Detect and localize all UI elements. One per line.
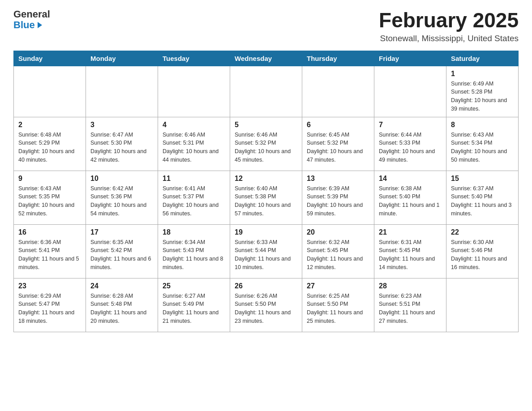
day-number: 4 <box>163 121 225 129</box>
calendar-day-cell: 7Sunrise: 6:44 AMSunset: 5:33 PMDaylight… <box>374 117 446 171</box>
logo: General Blue <box>13 9 50 30</box>
day-info: Sunrise: 6:26 AMSunset: 5:50 PMDaylight:… <box>235 292 297 325</box>
calendar-body: 1Sunrise: 6:49 AMSunset: 5:28 PMDaylight… <box>14 66 519 332</box>
day-number: 10 <box>90 175 153 183</box>
day-info: Sunrise: 6:37 AMSunset: 5:40 PMDaylight:… <box>451 184 514 218</box>
day-info: Sunrise: 6:31 AMSunset: 5:45 PMDaylight:… <box>379 238 442 272</box>
day-number: 23 <box>18 282 81 290</box>
day-number: 15 <box>451 175 514 183</box>
calendar-day-cell: 2Sunrise: 6:48 AMSunset: 5:29 PMDaylight… <box>14 117 86 171</box>
calendar-day-cell: 16Sunrise: 6:36 AMSunset: 5:41 PMDayligh… <box>14 224 86 278</box>
day-info: Sunrise: 6:32 AMSunset: 5:45 PMDaylight:… <box>307 238 369 272</box>
day-number: 14 <box>379 175 442 183</box>
day-number: 3 <box>90 121 153 129</box>
day-number: 21 <box>379 228 442 236</box>
calendar-day-cell: 27Sunrise: 6:25 AMSunset: 5:50 PMDayligh… <box>302 278 374 332</box>
calendar-day-cell: 23Sunrise: 6:29 AMSunset: 5:47 PMDayligh… <box>14 278 86 332</box>
day-info: Sunrise: 6:46 AMSunset: 5:31 PMDaylight:… <box>163 131 225 164</box>
calendar-day-cell: 26Sunrise: 6:26 AMSunset: 5:50 PMDayligh… <box>230 278 302 332</box>
calendar-day-cell: 17Sunrise: 6:35 AMSunset: 5:42 PMDayligh… <box>86 224 158 278</box>
calendar-day-cell: 22Sunrise: 6:30 AMSunset: 5:46 PMDayligh… <box>446 224 519 278</box>
day-info: Sunrise: 6:30 AMSunset: 5:46 PMDaylight:… <box>451 238 514 272</box>
header-row: SundayMondayTuesdayWednesdayThursdayFrid… <box>14 51 519 66</box>
day-info: Sunrise: 6:34 AMSunset: 5:43 PMDaylight:… <box>163 238 225 272</box>
day-of-week-header: Sunday <box>14 51 86 66</box>
day-of-week-header: Saturday <box>446 51 519 66</box>
day-info: Sunrise: 6:48 AMSunset: 5:29 PMDaylight:… <box>18 131 81 164</box>
calendar-day-cell <box>374 66 446 117</box>
calendar-day-cell: 5Sunrise: 6:46 AMSunset: 5:32 PMDaylight… <box>230 117 302 171</box>
day-number: 12 <box>235 175 297 183</box>
day-number: 11 <box>163 175 225 183</box>
calendar-week-row: 23Sunrise: 6:29 AMSunset: 5:47 PMDayligh… <box>14 278 519 332</box>
day-number: 16 <box>18 228 81 236</box>
day-info: Sunrise: 6:27 AMSunset: 5:49 PMDaylight:… <box>163 292 225 325</box>
page-header: General Blue February 2025 Stonewall, Mi… <box>13 9 519 43</box>
day-of-week-header: Friday <box>374 51 446 66</box>
calendar-day-cell: 12Sunrise: 6:40 AMSunset: 5:38 PMDayligh… <box>230 171 302 224</box>
day-number: 25 <box>163 282 225 290</box>
calendar-day-cell: 15Sunrise: 6:37 AMSunset: 5:40 PMDayligh… <box>446 171 519 224</box>
day-info: Sunrise: 6:49 AMSunset: 5:28 PMDaylight:… <box>451 80 514 113</box>
day-number: 13 <box>307 175 369 183</box>
calendar-day-cell <box>158 66 230 117</box>
day-of-week-header: Monday <box>86 51 158 66</box>
day-number: 7 <box>379 121 442 129</box>
calendar-day-cell: 25Sunrise: 6:27 AMSunset: 5:49 PMDayligh… <box>158 278 230 332</box>
day-info: Sunrise: 6:43 AMSunset: 5:35 PMDaylight:… <box>18 184 81 218</box>
day-info: Sunrise: 6:29 AMSunset: 5:47 PMDaylight:… <box>18 292 81 325</box>
day-number: 5 <box>235 121 297 129</box>
day-info: Sunrise: 6:36 AMSunset: 5:41 PMDaylight:… <box>18 238 81 272</box>
day-number: 20 <box>307 228 369 236</box>
calendar-day-cell: 8Sunrise: 6:43 AMSunset: 5:34 PMDaylight… <box>446 117 519 171</box>
day-info: Sunrise: 6:41 AMSunset: 5:37 PMDaylight:… <box>163 184 225 218</box>
calendar-day-cell: 19Sunrise: 6:33 AMSunset: 5:44 PMDayligh… <box>230 224 302 278</box>
day-number: 1 <box>451 70 514 78</box>
day-info: Sunrise: 6:28 AMSunset: 5:48 PMDaylight:… <box>90 292 153 325</box>
logo-blue-text: Blue <box>13 20 42 30</box>
calendar-day-cell: 14Sunrise: 6:38 AMSunset: 5:40 PMDayligh… <box>374 171 446 224</box>
day-of-week-header: Thursday <box>302 51 374 66</box>
day-number: 22 <box>451 228 514 236</box>
day-number: 6 <box>307 121 369 129</box>
day-info: Sunrise: 6:23 AMSunset: 5:51 PMDaylight:… <box>379 292 442 325</box>
logo-arrow-icon <box>38 22 42 28</box>
calendar-week-row: 16Sunrise: 6:36 AMSunset: 5:41 PMDayligh… <box>14 224 519 278</box>
day-number: 19 <box>235 228 297 236</box>
calendar-day-cell: 21Sunrise: 6:31 AMSunset: 5:45 PMDayligh… <box>374 224 446 278</box>
calendar-day-cell <box>230 66 302 117</box>
day-number: 8 <box>451 121 514 129</box>
calendar-day-cell: 10Sunrise: 6:42 AMSunset: 5:36 PMDayligh… <box>86 171 158 224</box>
calendar-day-cell: 28Sunrise: 6:23 AMSunset: 5:51 PMDayligh… <box>374 278 446 332</box>
calendar-day-cell: 3Sunrise: 6:47 AMSunset: 5:30 PMDaylight… <box>86 117 158 171</box>
day-number: 17 <box>90 228 153 236</box>
day-info: Sunrise: 6:35 AMSunset: 5:42 PMDaylight:… <box>90 238 153 272</box>
day-number: 9 <box>18 175 81 183</box>
calendar-day-cell <box>14 66 86 117</box>
day-number: 28 <box>379 282 442 290</box>
calendar-day-cell <box>446 278 519 332</box>
day-number: 26 <box>235 282 297 290</box>
day-info: Sunrise: 6:39 AMSunset: 5:39 PMDaylight:… <box>307 184 369 218</box>
day-info: Sunrise: 6:47 AMSunset: 5:30 PMDaylight:… <box>90 131 153 164</box>
logo-general-text: General <box>13 9 50 20</box>
calendar-day-cell: 1Sunrise: 6:49 AMSunset: 5:28 PMDaylight… <box>446 66 519 117</box>
calendar-day-cell: 11Sunrise: 6:41 AMSunset: 5:37 PMDayligh… <box>158 171 230 224</box>
day-number: 2 <box>18 121 81 129</box>
calendar-day-cell: 24Sunrise: 6:28 AMSunset: 5:48 PMDayligh… <box>86 278 158 332</box>
calendar-day-cell: 6Sunrise: 6:45 AMSunset: 5:32 PMDaylight… <box>302 117 374 171</box>
day-info: Sunrise: 6:38 AMSunset: 5:40 PMDaylight:… <box>379 184 442 218</box>
day-number: 24 <box>90 282 153 290</box>
day-info: Sunrise: 6:46 AMSunset: 5:32 PMDaylight:… <box>235 131 297 164</box>
title-block: February 2025 Stonewall, Mississippi, Un… <box>379 9 519 43</box>
calendar-week-row: 1Sunrise: 6:49 AMSunset: 5:28 PMDaylight… <box>14 66 519 117</box>
calendar-header: SundayMondayTuesdayWednesdayThursdayFrid… <box>14 51 519 66</box>
calendar-day-cell: 13Sunrise: 6:39 AMSunset: 5:39 PMDayligh… <box>302 171 374 224</box>
day-info: Sunrise: 6:44 AMSunset: 5:33 PMDaylight:… <box>379 131 442 164</box>
day-info: Sunrise: 6:45 AMSunset: 5:32 PMDaylight:… <box>307 131 369 164</box>
day-of-week-header: Tuesday <box>158 51 230 66</box>
calendar-day-cell: 9Sunrise: 6:43 AMSunset: 5:35 PMDaylight… <box>14 171 86 224</box>
day-number: 27 <box>307 282 369 290</box>
day-info: Sunrise: 6:25 AMSunset: 5:50 PMDaylight:… <box>307 292 369 325</box>
calendar-day-cell: 4Sunrise: 6:46 AMSunset: 5:31 PMDaylight… <box>158 117 230 171</box>
